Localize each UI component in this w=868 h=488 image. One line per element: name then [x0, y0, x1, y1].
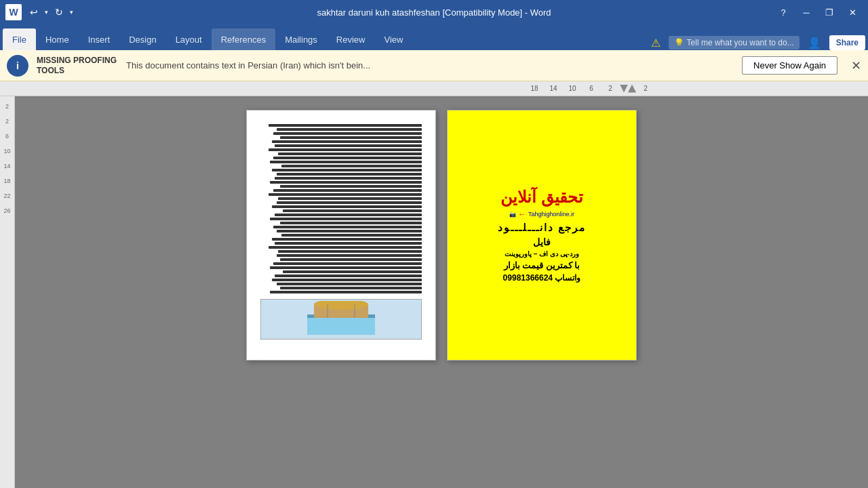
- word-logo: W: [5, 4, 22, 20]
- ruler-num-18: 18: [525, 85, 544, 92]
- title-bar-left: W ↩ ▾ ↻ ▾: [5, 4, 76, 20]
- tab-mailings[interactable]: Mailings: [275, 28, 327, 50]
- ruler-left-marker: [620, 85, 628, 93]
- restore-button[interactable]: ❐: [819, 4, 840, 20]
- title-bar: W ↩ ▾ ↻ ▾ sakhtar daruni kuh atashfeshan…: [0, 0, 868, 24]
- search-icon: 💡: [674, 38, 684, 47]
- main-area: 2 2 6 10 14 18 22 26: [0, 96, 868, 488]
- page-1: [246, 110, 436, 361]
- notification-icon: i: [7, 55, 28, 77]
- ribbon-tabs: File Home Insert Design Layout Reference…: [0, 24, 868, 50]
- ad-phone: واتساپ 09981366624: [503, 273, 581, 283]
- ad-line1: مرجع دانـــلـــود: [498, 222, 586, 234]
- ribbon: File Home Insert Design Layout Reference…: [0, 24, 868, 50]
- ad-line3: ورد-پی دی اف – پاورپوینت: [505, 250, 579, 258]
- ad-url: Tahghighonline.ir: [528, 211, 574, 218]
- page-1-content: [247, 110, 435, 353]
- ad-social-icon: 📷: [509, 211, 516, 218]
- tab-review[interactable]: Review: [327, 28, 375, 50]
- tab-design[interactable]: Design: [119, 28, 165, 50]
- user-icon: 👤: [808, 37, 821, 49]
- customize-qat[interactable]: ▾: [67, 7, 76, 17]
- ad-url-line: Tahghighonline.ir ← 📷: [509, 209, 574, 219]
- notification-message: This document contains text in Persian (…: [126, 60, 734, 70]
- ruler-num-10: 10: [563, 85, 582, 92]
- tab-home[interactable]: Home: [36, 28, 79, 50]
- ad-main-title: تحقیق آنلاین: [500, 188, 583, 207]
- tab-layout[interactable]: Layout: [166, 28, 212, 50]
- help-button[interactable]: ?: [773, 4, 793, 20]
- minimize-button[interactable]: ─: [796, 4, 816, 20]
- ruler-num-14: 14: [544, 85, 563, 92]
- ruler-left-14: 14: [3, 159, 10, 174]
- horizontal-ruler: 18 14 10 6 2 2: [0, 81, 868, 96]
- search-box[interactable]: 💡 Tell me what you want to do...: [669, 36, 800, 49]
- ruler-left-6: 6: [5, 129, 9, 144]
- undo-button[interactable]: ↩: [27, 5, 41, 19]
- ruler-num-6: 6: [582, 85, 601, 92]
- ruler-left-10: 10: [3, 144, 10, 159]
- undo-dropdown[interactable]: ▾: [42, 7, 51, 17]
- document-title: sakhtar daruni kuh atashfeshan [Compatib…: [0, 7, 868, 18]
- ad-line2: فایل: [533, 237, 551, 247]
- ruler-left-26: 26: [3, 203, 10, 218]
- share-button[interactable]: Share: [829, 35, 865, 50]
- document-area: تحقیق آنلاین Tahghighonline.ir ← 📷 مرجع …: [15, 96, 868, 488]
- notification-title: MISSING PROOFING TOOLS: [37, 56, 118, 75]
- vertical-ruler: 2 2 6 10 14 18 22 26: [0, 96, 15, 488]
- ruler-left-2a: 2: [5, 99, 9, 114]
- ruler-left-2b: 2: [5, 114, 9, 129]
- window-controls: ? ─ ❐ ✕: [773, 4, 863, 20]
- tab-references[interactable]: References: [212, 28, 275, 50]
- warning-icon: ⚠: [651, 37, 660, 49]
- ad-line4: با کمترین قیمت بازار: [504, 260, 580, 270]
- ruler-right-marker: [628, 85, 636, 93]
- ruler-left-18: 18: [3, 174, 10, 188]
- page1-image: [307, 301, 375, 335]
- ribbon-search-area: ⚠ 💡 Tell me what you want to do... 👤 Sha…: [651, 35, 865, 50]
- ad-arrow-icon: ←: [518, 209, 526, 219]
- redo-button[interactable]: ↻: [52, 5, 66, 19]
- tab-file[interactable]: File: [3, 28, 36, 50]
- ruler-num-2a: 2: [601, 85, 620, 92]
- ruler-left-22: 22: [3, 188, 10, 203]
- tab-insert[interactable]: Insert: [79, 28, 120, 50]
- notification-close-button[interactable]: ✕: [851, 58, 861, 73]
- quick-access-toolbar: ↩ ▾ ↻ ▾: [27, 5, 76, 19]
- never-show-again-button[interactable]: Never Show Again: [742, 56, 837, 75]
- tab-view[interactable]: View: [374, 28, 412, 50]
- page-2: تحقیق آنلاین Tahghighonline.ir ← 📷 مرجع …: [447, 110, 637, 361]
- close-button[interactable]: ✕: [842, 4, 863, 20]
- search-placeholder: Tell me what you want to do...: [687, 38, 794, 47]
- notification-bar: i MISSING PROOFING TOOLS This document c…: [0, 50, 868, 81]
- ruler-num-2b: 2: [636, 85, 655, 92]
